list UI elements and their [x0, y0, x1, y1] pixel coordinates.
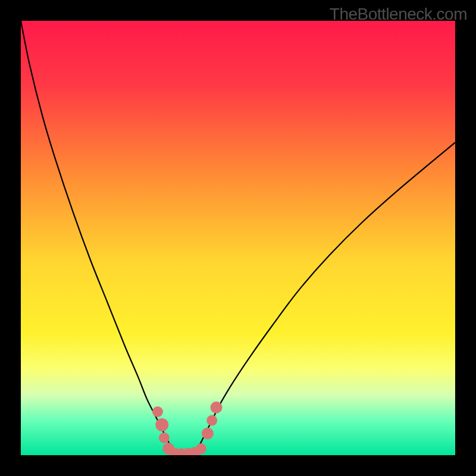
data-marker — [152, 406, 163, 417]
data-marker — [159, 433, 170, 443]
gradient-background — [21, 21, 455, 455]
plot-area — [21, 21, 455, 455]
chart-svg — [21, 21, 455, 455]
data-marker — [155, 418, 168, 431]
data-marker — [206, 415, 217, 426]
data-marker — [196, 443, 206, 454]
chart-frame: TheBottleneck.com — [0, 0, 476, 476]
data-marker — [202, 428, 214, 440]
watermark-text: TheBottleneck.com — [330, 5, 467, 24]
data-marker — [211, 402, 223, 414]
